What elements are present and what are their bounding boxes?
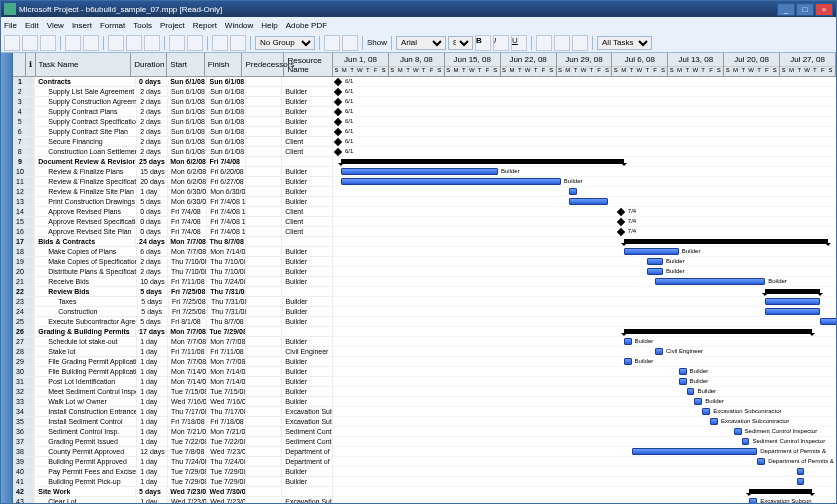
gantt-row[interactable] — [333, 197, 836, 207]
gantt-bar[interactable] — [679, 368, 687, 375]
table-row[interactable]: 35Install Sediment Control1 dayFri 7/18/… — [13, 417, 333, 427]
table-row[interactable]: 1Contracts0 daysSun 6/1/08Sun 6/1/08 — [13, 77, 333, 87]
gantt-bar[interactable] — [647, 258, 663, 265]
gantt-bar[interactable] — [624, 248, 679, 255]
menu-report[interactable]: Report — [193, 21, 217, 30]
gantt-bar[interactable] — [820, 318, 836, 325]
save-icon[interactable] — [40, 35, 56, 51]
table-row[interactable]: 38County Permit Approved12 daysTue 7/8/0… — [13, 447, 333, 457]
table-row[interactable]: 7Secure Financing2 daysSun 6/1/08Sun 6/1… — [13, 137, 333, 147]
gantt-bar[interactable] — [797, 478, 805, 485]
table-row[interactable]: 40Pay Permit Fees and Excise Taxes1 dayT… — [13, 467, 333, 477]
gantt-bar[interactable] — [765, 298, 820, 305]
table-row[interactable]: 21Receive Bids10 daysFri 7/11/08Thu 7/24… — [13, 277, 333, 287]
gantt-row[interactable]: Department of Permits & — [333, 457, 836, 467]
table-row[interactable]: 43Clear Lot1 dayWed 7/23/08Wed 7/23/08 3… — [13, 497, 333, 504]
menu-project[interactable]: Project — [160, 21, 185, 30]
col-finish[interactable]: Finish — [205, 53, 243, 76]
table-row[interactable]: 31Post Lot Identification1 dayMon 7/14/0… — [13, 377, 333, 387]
gantt-row[interactable]: Excavation Subcontractor — [333, 407, 836, 417]
align-center-icon[interactable] — [554, 35, 570, 51]
gantt-bar[interactable] — [341, 178, 561, 185]
table-row[interactable]: 34Install Construction Entrance1 dayThu … — [13, 407, 333, 417]
menu-window[interactable]: Window — [225, 21, 253, 30]
unlink-icon[interactable] — [230, 35, 246, 51]
redo-icon[interactable] — [187, 35, 203, 51]
gantt-row[interactable]: 6/1 — [333, 77, 836, 87]
table-row[interactable]: 2Supply List Sale Agreement2 daysSun 6/1… — [13, 87, 333, 97]
table-row[interactable]: 27Schedule lot stake-out1 dayMon 7/7/08M… — [13, 337, 333, 347]
gantt-row[interactable]: Sediment Control Inspector — [333, 437, 836, 447]
gantt-row[interactable] — [333, 327, 836, 337]
gantt-row[interactable]: Sediment Control Inspector — [333, 427, 836, 437]
gantt-row[interactable]: Department of Permits & — [333, 447, 836, 457]
gantt-bar[interactable] — [341, 168, 498, 175]
gantt-bar[interactable] — [797, 468, 805, 475]
gantt-bar[interactable] — [655, 348, 663, 355]
gantt-bar[interactable] — [632, 448, 758, 455]
table-row[interactable]: 18Make Copies of Plans6 daysMon 7/7/08Mo… — [13, 247, 333, 257]
view-bar[interactable] — [1, 53, 13, 504]
gantt-row[interactable]: Builder — [333, 167, 836, 177]
gantt-row[interactable]: Builder — [333, 397, 836, 407]
gantt-row[interactable]: Builder — [333, 257, 836, 267]
gantt-bar[interactable] — [742, 438, 750, 445]
gantt-bar[interactable] — [694, 398, 702, 405]
copy-icon[interactable] — [126, 35, 142, 51]
align-right-icon[interactable] — [572, 35, 588, 51]
gantt-bar[interactable] — [569, 188, 577, 195]
col-start[interactable]: Start — [167, 53, 205, 76]
menu-tools[interactable]: Tools — [133, 21, 152, 30]
gantt-bar[interactable] — [749, 498, 757, 504]
filter-select[interactable]: All Tasks — [597, 36, 652, 50]
gantt-row[interactable]: Builder — [333, 267, 836, 277]
table-row[interactable]: 16Approve Revised Site Plan0 daysFri 7/4… — [13, 227, 333, 237]
size-select[interactable]: 8 — [448, 36, 473, 50]
gantt-row[interactable]: Builder — [333, 337, 836, 347]
col-indicator[interactable]: ℹ — [26, 53, 36, 76]
italic-icon[interactable]: I — [493, 35, 509, 51]
table-row[interactable]: 32Meet Sediment Control Inspector1 dayTu… — [13, 387, 333, 397]
gantt-row[interactable]: Excavation Subcontractor — [333, 417, 836, 427]
table-row[interactable]: 4Supply Contract Plans2 daysSun 6/1/08Su… — [13, 107, 333, 117]
gantt-bar[interactable] — [624, 338, 632, 345]
gantt-bar[interactable] — [647, 268, 663, 275]
table-row[interactable]: 25Execute Subcontractor Agreements5 days… — [13, 317, 333, 327]
bold-icon[interactable]: B — [475, 35, 491, 51]
table-row[interactable]: 39Building Permit Approved1 dayThu 7/24/… — [13, 457, 333, 467]
menu-adobe[interactable]: Adobe PDF — [286, 21, 327, 30]
gantt-bar[interactable] — [624, 358, 632, 365]
table-row[interactable]: 36Sediment Control Insp.1 dayMon 7/21/08… — [13, 427, 333, 437]
gantt-row[interactable]: Excavation Subcon — [333, 497, 836, 504]
table-row[interactable]: 33Walk Lot w/ Owner1 dayWed 7/16/08Wed 7… — [13, 397, 333, 407]
table-row[interactable]: 37Grading Permit Issued1 dayTue 7/22/08T… — [13, 437, 333, 447]
print-icon[interactable] — [65, 35, 81, 51]
table-row[interactable]: 11Review & Finalize Specifications20 day… — [13, 177, 333, 187]
font-select[interactable]: Arial — [396, 36, 446, 50]
table-row[interactable]: 10Review & Finalize Plans15 daysMon 6/2/… — [13, 167, 333, 177]
table-row[interactable]: 23Taxes5 daysFri 7/25/08Thu 7/31/08 21Bu… — [13, 297, 333, 307]
menu-insert[interactable]: Insert — [72, 21, 92, 30]
open-icon[interactable] — [22, 35, 38, 51]
gantt-row[interactable]: Civil Engineer — [333, 347, 836, 357]
table-row[interactable]: 8Construction Loan Settlement2 daysSun 6… — [13, 147, 333, 157]
zoom-out-icon[interactable] — [342, 35, 358, 51]
gantt-row[interactable]: Builder — [333, 177, 836, 187]
gantt-row[interactable]: Builder — [333, 277, 836, 287]
gantt-row[interactable] — [333, 297, 836, 307]
align-left-icon[interactable] — [536, 35, 552, 51]
table-row[interactable]: 6Supply Contract Site Plan2 daysSun 6/1/… — [13, 127, 333, 137]
gantt-row[interactable] — [333, 307, 836, 317]
gantt-row[interactable]: 6/1 — [333, 107, 836, 117]
gantt-bar[interactable] — [734, 428, 742, 435]
table-row[interactable]: 3Supply Construction Agreement2 daysSun … — [13, 97, 333, 107]
gantt-row[interactable] — [333, 487, 836, 497]
gantt-row[interactable] — [333, 477, 836, 487]
col-pred[interactable]: Predecessors — [242, 53, 284, 76]
menu-format[interactable]: Format — [100, 21, 125, 30]
link-icon[interactable] — [212, 35, 228, 51]
gantt-row[interactable]: Builder — [333, 387, 836, 397]
table-row[interactable]: 17Bids & Contracts24 daysMon 7/7/08Thu 8… — [13, 237, 333, 247]
menu-view[interactable]: View — [47, 21, 64, 30]
col-id[interactable] — [13, 53, 26, 76]
